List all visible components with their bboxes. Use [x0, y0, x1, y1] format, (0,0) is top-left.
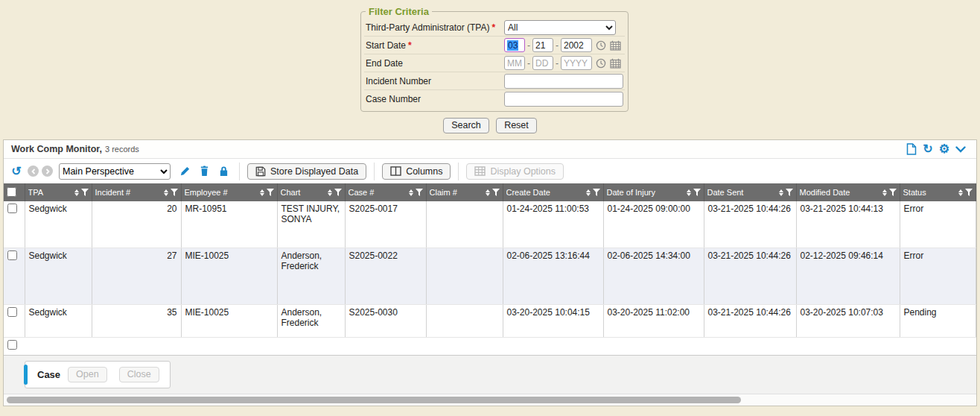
- required-asterisk: *: [491, 22, 495, 33]
- clock-icon[interactable]: [596, 58, 606, 69]
- delete-perspective-icon[interactable]: [196, 164, 212, 179]
- calendar-icon[interactable]: [610, 40, 621, 51]
- table-footer-row: [4, 337, 976, 355]
- next-perspective-icon[interactable]: [42, 166, 53, 177]
- column-header-chart[interactable]: Chart: [277, 183, 345, 201]
- case-number-input[interactable]: [504, 92, 623, 107]
- column-header-tpa[interactable]: TPA: [25, 183, 92, 201]
- footer-select-cell: [4, 337, 25, 355]
- undo-icon[interactable]: ↺: [8, 164, 25, 179]
- column-header-status[interactable]: Status: [900, 183, 976, 201]
- sort-icon[interactable]: [164, 189, 168, 196]
- open-button[interactable]: Open: [68, 367, 107, 382]
- cell-date-of-injury: 01-24-2025 09:00:00: [603, 201, 704, 248]
- row-checkbox[interactable]: [7, 204, 17, 213]
- table-row[interactable]: Sedgwick 27 MIE-10025 Anderson, Frederic…: [4, 248, 976, 304]
- column-header-case[interactable]: Case #: [345, 183, 426, 201]
- start-day-input[interactable]: [532, 38, 553, 52]
- previous-perspective-icon[interactable]: [28, 166, 39, 177]
- sort-icon[interactable]: [779, 189, 783, 196]
- column-header-modified-date[interactable]: Modified Date: [796, 183, 900, 201]
- filter-icon[interactable]: [786, 189, 793, 196]
- grid-title: Work Comp Monitor,: [11, 144, 102, 154]
- filter-icon[interactable]: [416, 189, 423, 196]
- filter-icon[interactable]: [693, 189, 701, 196]
- scrollbar-thumb[interactable]: [7, 397, 741, 403]
- close-button[interactable]: Close: [119, 367, 159, 382]
- date-separator: -: [556, 40, 559, 51]
- filter-icon[interactable]: [171, 189, 178, 196]
- filter-icon[interactable]: [334, 189, 342, 196]
- select-all-checkbox[interactable]: [7, 187, 16, 197]
- sort-icon[interactable]: [882, 189, 887, 196]
- row-checkbox[interactable]: [7, 250, 17, 260]
- incident-number-row: Incident Number: [364, 72, 625, 90]
- new-document-icon[interactable]: [903, 142, 920, 157]
- row-checkbox[interactable]: [7, 307, 17, 317]
- gear-icon[interactable]: ⚙: [936, 142, 952, 157]
- date-separator: -: [527, 40, 530, 51]
- filter-icon[interactable]: [81, 189, 89, 196]
- store-displayed-data-button[interactable]: Store Displayed Data: [247, 163, 366, 180]
- refresh-icon[interactable]: ↻: [920, 142, 936, 157]
- sort-icon[interactable]: [586, 189, 591, 196]
- sort-icon[interactable]: [74, 189, 79, 196]
- end-day-input[interactable]: [532, 56, 553, 70]
- footer-select-all-checkbox[interactable]: [7, 340, 17, 350]
- filter-icon[interactable]: [492, 189, 500, 196]
- columns-icon: [390, 166, 401, 176]
- incident-number-input[interactable]: [504, 74, 623, 89]
- sort-icon[interactable]: [958, 189, 963, 196]
- sort-icon[interactable]: [486, 189, 490, 196]
- perspective-select[interactable]: Main Perspective: [59, 163, 171, 180]
- cell-incident: 27: [92, 248, 181, 304]
- horizontal-scrollbar[interactable]: [4, 394, 976, 406]
- cell-employee: MIE-10025: [181, 304, 277, 337]
- cell-chart: Anderson, Frederick: [277, 248, 345, 304]
- cell-date-sent: 03-21-2025 10:44:26: [704, 201, 796, 248]
- column-header-employee[interactable]: Employee #: [181, 183, 277, 201]
- filter-icon[interactable]: [593, 189, 600, 196]
- filter-icon[interactable]: [267, 189, 274, 196]
- cell-tpa: Sedgwick: [25, 248, 92, 304]
- column-header-claim[interactable]: Claim #: [426, 183, 503, 201]
- cell-incident: 20: [92, 201, 181, 248]
- display-options-button[interactable]: Display Options: [466, 163, 564, 180]
- table-row[interactable]: Sedgwick 35 MIE-10025 Anderson, Frederic…: [4, 304, 976, 337]
- sort-icon[interactable]: [687, 189, 691, 196]
- start-year-input[interactable]: [561, 38, 592, 52]
- column-header-date-of-injury[interactable]: Date of Injury: [603, 183, 704, 201]
- case-number-row: Case Number: [364, 90, 625, 108]
- sort-icon[interactable]: [328, 189, 332, 196]
- cell-select: [4, 248, 25, 304]
- filter-icon[interactable]: [965, 189, 973, 196]
- table-row[interactable]: Sedgwick 20 MR-10951 TEST INJURY, SONYA …: [4, 201, 976, 248]
- case-group-label: Case: [37, 369, 60, 380]
- end-year-input[interactable]: [561, 56, 592, 70]
- date-separator: -: [527, 58, 530, 69]
- calendar-icon[interactable]: [610, 58, 621, 69]
- chevron-down-icon[interactable]: [952, 142, 969, 157]
- filter-icon[interactable]: [889, 189, 897, 196]
- lock-perspective-icon[interactable]: [215, 164, 232, 179]
- column-header-date-sent[interactable]: Date Sent: [704, 183, 796, 201]
- save-icon: [255, 166, 266, 177]
- end-month-input[interactable]: [504, 56, 525, 70]
- footer-empty-cell: [25, 337, 976, 355]
- incident-number-label: Incident Number: [366, 76, 504, 86]
- search-button[interactable]: Search: [443, 118, 489, 133]
- grid-toolbar: ↺ Main Perspective Store Displayed Data …: [4, 159, 976, 183]
- reset-button[interactable]: Reset: [496, 118, 537, 133]
- header-select-all: [4, 183, 25, 201]
- filter-criteria-form: Filter Criteria Third-Party Administrato…: [360, 6, 620, 112]
- sort-icon[interactable]: [409, 189, 413, 196]
- column-header-create-date[interactable]: Create Date: [503, 183, 603, 201]
- tpa-select[interactable]: All: [504, 20, 616, 35]
- start-month-input[interactable]: 03: [504, 38, 525, 52]
- sort-icon[interactable]: [260, 189, 264, 196]
- column-header-incident[interactable]: Incident #: [92, 183, 181, 201]
- cell-date-of-injury: 03-20-2025 11:02:00: [603, 304, 704, 337]
- clock-icon[interactable]: [596, 40, 606, 51]
- columns-button[interactable]: Columns: [382, 163, 451, 180]
- edit-perspective-icon[interactable]: [176, 164, 193, 179]
